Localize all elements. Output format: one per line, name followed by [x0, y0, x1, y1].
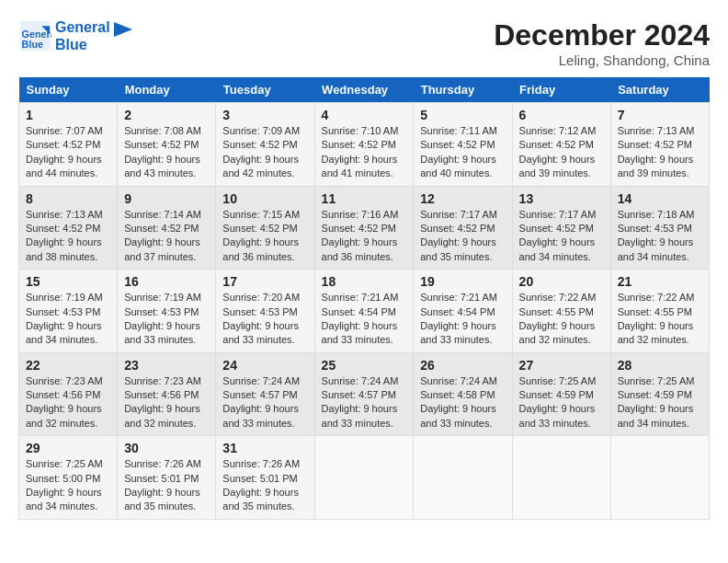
calendar-cell: 2 Sunrise: 7:08 AMSunset: 4:52 PMDayligh… [118, 103, 216, 187]
day-number: 4 [322, 108, 407, 122]
day-info: Sunrise: 7:15 AMSunset: 4:52 PMDaylight:… [222, 208, 307, 265]
calendar-week-2: 8 Sunrise: 7:13 AMSunset: 4:52 PMDayligh… [19, 186, 710, 270]
logo-flag-icon [114, 22, 132, 50]
day-info: Sunrise: 7:13 AMSunset: 4:52 PMDaylight:… [26, 208, 110, 265]
calendar-cell [414, 436, 512, 520]
day-number: 11 [322, 191, 407, 206]
location: Leling, Shandong, China [494, 52, 710, 68]
day-info: Sunrise: 7:17 AMSunset: 4:52 PMDaylight:… [519, 208, 604, 265]
logo-text-line2: Blue [55, 36, 110, 53]
day-number: 7 [618, 108, 702, 122]
calendar-cell: 9 Sunrise: 7:14 AMSunset: 4:52 PMDayligh… [118, 186, 216, 270]
day-info: Sunrise: 7:21 AMSunset: 4:54 PMDaylight:… [420, 291, 505, 348]
calendar-cell: 29 Sunrise: 7:25 AMSunset: 5:00 PMDaylig… [19, 436, 118, 520]
day-number: 17 [222, 274, 307, 289]
day-info: Sunrise: 7:10 AMSunset: 4:52 PMDaylight:… [322, 124, 407, 181]
calendar-cell: 26 Sunrise: 7:24 AMSunset: 4:58 PMDaylig… [414, 352, 512, 436]
day-number: 15 [26, 274, 110, 289]
calendar-header-row: SundayMondayTuesdayWednesdayThursdayFrid… [19, 77, 710, 103]
day-info: Sunrise: 7:19 AMSunset: 4:53 PMDaylight:… [124, 291, 209, 348]
day-info: Sunrise: 7:16 AMSunset: 4:52 PMDaylight:… [322, 208, 407, 265]
day-info: Sunrise: 7:13 AMSunset: 4:52 PMDaylight:… [618, 124, 702, 181]
calendar-cell: 1 Sunrise: 7:07 AMSunset: 4:52 PMDayligh… [19, 103, 118, 187]
day-number: 9 [124, 191, 209, 206]
calendar-cell: 7 Sunrise: 7:13 AMSunset: 4:52 PMDayligh… [610, 103, 709, 187]
weekday-header-sunday: Sunday [19, 77, 118, 103]
day-info: Sunrise: 7:07 AMSunset: 4:52 PMDaylight:… [26, 124, 110, 181]
calendar-cell: 20 Sunrise: 7:22 AMSunset: 4:55 PMDaylig… [512, 270, 610, 353]
day-info: Sunrise: 7:09 AMSunset: 4:52 PMDaylight:… [222, 124, 307, 181]
calendar-cell: 14 Sunrise: 7:18 AMSunset: 4:53 PMDaylig… [610, 186, 709, 270]
calendar-cell: 30 Sunrise: 7:26 AMSunset: 5:01 PMDaylig… [118, 436, 216, 520]
weekday-header-monday: Monday [118, 77, 216, 103]
calendar-cell: 25 Sunrise: 7:24 AMSunset: 4:57 PMDaylig… [314, 352, 414, 436]
day-number: 28 [618, 358, 702, 373]
day-number: 16 [124, 274, 209, 289]
day-number: 3 [222, 108, 307, 122]
weekday-header-wednesday: Wednesday [314, 77, 414, 103]
calendar-table: SundayMondayTuesdayWednesdayThursdayFrid… [18, 77, 710, 520]
calendar-cell: 4 Sunrise: 7:10 AMSunset: 4:52 PMDayligh… [314, 103, 414, 187]
calendar-cell [610, 436, 709, 520]
day-info: Sunrise: 7:25 AMSunset: 4:59 PMDaylight:… [519, 374, 604, 431]
page-header: General Blue General Blue December 2024 … [18, 18, 710, 68]
day-number: 6 [519, 108, 604, 122]
day-number: 2 [124, 108, 209, 122]
calendar-cell [512, 436, 610, 520]
day-number: 23 [124, 358, 209, 373]
calendar-cell: 13 Sunrise: 7:17 AMSunset: 4:52 PMDaylig… [512, 186, 610, 270]
weekday-header-friday: Friday [512, 77, 610, 103]
day-info: Sunrise: 7:19 AMSunset: 4:53 PMDaylight:… [26, 291, 110, 348]
day-info: Sunrise: 7:21 AMSunset: 4:54 PMDaylight:… [322, 291, 407, 348]
calendar-cell: 22 Sunrise: 7:23 AMSunset: 4:56 PMDaylig… [19, 352, 118, 436]
day-number: 22 [26, 358, 110, 373]
day-number: 27 [519, 358, 604, 373]
logo: General Blue General Blue [18, 18, 132, 53]
calendar-cell: 18 Sunrise: 7:21 AMSunset: 4:54 PMDaylig… [314, 270, 414, 353]
calendar-cell [314, 436, 414, 520]
svg-text:Blue: Blue [22, 39, 43, 50]
logo-text-line1: General [55, 18, 110, 36]
calendar-cell: 24 Sunrise: 7:24 AMSunset: 4:57 PMDaylig… [216, 352, 314, 436]
calendar-cell: 19 Sunrise: 7:21 AMSunset: 4:54 PMDaylig… [414, 270, 512, 353]
calendar-cell: 21 Sunrise: 7:22 AMSunset: 4:55 PMDaylig… [610, 270, 709, 353]
weekday-header-saturday: Saturday [610, 77, 709, 103]
day-number: 10 [222, 191, 307, 206]
calendar-week-4: 22 Sunrise: 7:23 AMSunset: 4:56 PMDaylig… [19, 352, 710, 436]
calendar-cell: 3 Sunrise: 7:09 AMSunset: 4:52 PMDayligh… [216, 103, 314, 187]
calendar-cell: 31 Sunrise: 7:26 AMSunset: 5:01 PMDaylig… [216, 436, 314, 520]
day-info: Sunrise: 7:22 AMSunset: 4:55 PMDaylight:… [519, 291, 604, 348]
day-number: 20 [519, 274, 604, 289]
calendar-week-5: 29 Sunrise: 7:25 AMSunset: 5:00 PMDaylig… [19, 436, 710, 520]
day-number: 26 [420, 358, 505, 373]
day-info: Sunrise: 7:26 AMSunset: 5:01 PMDaylight:… [124, 457, 209, 514]
calendar-cell: 27 Sunrise: 7:25 AMSunset: 4:59 PMDaylig… [512, 352, 610, 436]
calendar-cell: 28 Sunrise: 7:25 AMSunset: 4:59 PMDaylig… [610, 352, 709, 436]
day-number: 8 [26, 191, 110, 206]
day-info: Sunrise: 7:22 AMSunset: 4:55 PMDaylight:… [618, 291, 702, 348]
day-info: Sunrise: 7:24 AMSunset: 4:57 PMDaylight:… [322, 374, 407, 431]
day-number: 14 [618, 191, 702, 206]
day-info: Sunrise: 7:20 AMSunset: 4:53 PMDaylight:… [222, 291, 307, 348]
day-info: Sunrise: 7:17 AMSunset: 4:52 PMDaylight:… [420, 208, 505, 265]
day-number: 30 [124, 441, 209, 455]
day-info: Sunrise: 7:26 AMSunset: 5:01 PMDaylight:… [222, 457, 307, 514]
day-info: Sunrise: 7:25 AMSunset: 5:00 PMDaylight:… [26, 457, 110, 514]
day-info: Sunrise: 7:14 AMSunset: 4:52 PMDaylight:… [124, 208, 209, 265]
calendar-cell: 5 Sunrise: 7:11 AMSunset: 4:52 PMDayligh… [414, 103, 512, 187]
day-info: Sunrise: 7:25 AMSunset: 4:59 PMDaylight:… [618, 374, 702, 431]
day-info: Sunrise: 7:24 AMSunset: 4:57 PMDaylight:… [222, 374, 307, 431]
day-number: 5 [420, 108, 505, 122]
calendar-cell: 23 Sunrise: 7:23 AMSunset: 4:56 PMDaylig… [118, 352, 216, 436]
calendar-cell: 6 Sunrise: 7:12 AMSunset: 4:52 PMDayligh… [512, 103, 610, 187]
calendar-cell: 12 Sunrise: 7:17 AMSunset: 4:52 PMDaylig… [414, 186, 512, 270]
calendar-cell: 8 Sunrise: 7:13 AMSunset: 4:52 PMDayligh… [19, 186, 118, 270]
day-number: 12 [420, 191, 505, 206]
day-info: Sunrise: 7:24 AMSunset: 4:58 PMDaylight:… [420, 374, 505, 431]
day-info: Sunrise: 7:23 AMSunset: 4:56 PMDaylight:… [124, 374, 209, 431]
weekday-header-thursday: Thursday [414, 77, 512, 103]
day-info: Sunrise: 7:08 AMSunset: 4:52 PMDaylight:… [124, 124, 209, 181]
calendar-cell: 10 Sunrise: 7:15 AMSunset: 4:52 PMDaylig… [216, 186, 314, 270]
calendar-week-3: 15 Sunrise: 7:19 AMSunset: 4:53 PMDaylig… [19, 270, 710, 353]
day-number: 24 [222, 358, 307, 373]
